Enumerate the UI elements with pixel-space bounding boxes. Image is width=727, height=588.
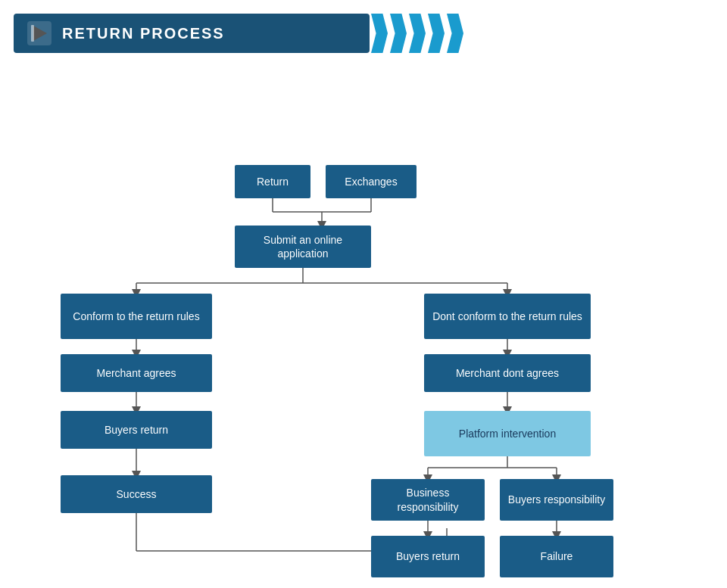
return-box: Return: [235, 165, 310, 198]
header-bar: RETURN PROCESS: [14, 14, 370, 53]
svg-rect-2: [31, 25, 34, 42]
chevron-3: [409, 14, 426, 53]
merchant-dont-box: Merchant dont agrees: [424, 354, 591, 392]
buyers-return-right-box: Buyers return: [371, 536, 485, 577]
merchant-agrees-box: Merchant agrees: [61, 354, 212, 392]
chevron-1: [371, 14, 388, 53]
platform-box: Platform intervention: [424, 411, 591, 456]
conform-box: Conform to the return rules: [61, 294, 212, 339]
play-icon: [27, 21, 51, 45]
business-resp-box: Business responsibility: [371, 479, 485, 521]
chevron-2: [390, 14, 407, 53]
exchanges-box: Exchanges: [326, 165, 417, 198]
header-chevrons: [371, 14, 463, 53]
submit-box: Submit an online application: [235, 226, 371, 268]
chevron-5: [447, 14, 463, 53]
dont-conform-box: Dont conform to the return rules: [424, 294, 591, 339]
chevron-4: [428, 14, 445, 53]
failure-box: Failure: [500, 536, 613, 577]
buyers-resp-box: Buyers responsibility: [500, 479, 613, 521]
flowchart: Return Exchanges Submit an online applic…: [0, 67, 727, 588]
page-title: RETURN PROCESS: [62, 25, 225, 42]
buyers-return-left-box: Buyers return: [61, 411, 212, 449]
success-box: Success: [61, 475, 212, 513]
